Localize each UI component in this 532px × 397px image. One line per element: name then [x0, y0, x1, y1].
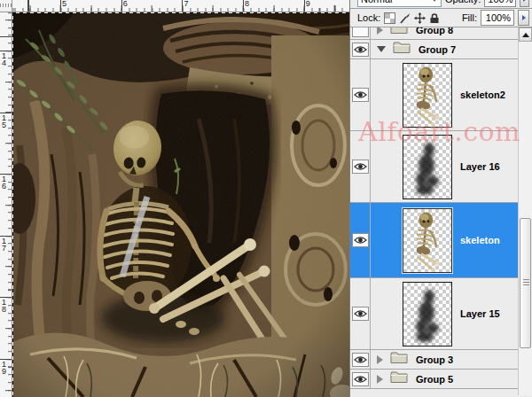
visibility-toggle[interactable]: [352, 233, 369, 247]
eye-icon: [354, 309, 367, 318]
group-row-group-7[interactable]: Group 7: [350, 40, 518, 59]
canvas-image[interactable]: [12, 12, 349, 397]
ruler-h-label-5: 5: [60, 0, 66, 8]
ruler-h-label-8: 8: [243, 0, 249, 8]
layer-label: skeleton2: [460, 90, 505, 100]
layers-list: Group 8 Group 7: [350, 27, 518, 389]
visibility-column: [350, 203, 371, 277]
document-area: 56789 141516171819: [0, 0, 349, 397]
expand-triangle-icon[interactable]: [377, 375, 383, 384]
eye-icon: [354, 236, 367, 245]
folder-icon: [390, 371, 408, 387]
eye-icon: [354, 45, 367, 54]
layer-row-skeleton[interactable]: skeleton: [350, 203, 518, 278]
group-row-body[interactable]: Group 3: [371, 350, 518, 369]
skeleton-thumbnail-art: [403, 209, 451, 272]
ruler-v-label-16: 16: [2, 174, 9, 190]
opacity-spinner-button[interactable]: [520, 0, 529, 7]
tree-skeleton-artwork: [12, 12, 349, 397]
layers-panel: Normal ▼ Opacity: 100% Lock:: [349, 0, 532, 397]
visibility-toggle[interactable]: [352, 372, 369, 386]
selection-marching-ants-left: [12, 12, 13, 397]
layer-row-layer-16[interactable]: Layer 16: [350, 131, 518, 203]
layer-label: skeleton: [460, 235, 500, 245]
ruler-h-label-9: 9: [304, 0, 310, 8]
lock-transparency-icon[interactable]: [384, 12, 395, 24]
visibility-column: [350, 40, 371, 58]
expand-triangle-icon[interactable]: [377, 27, 383, 35]
layers-scrollbar[interactable]: [518, 27, 532, 395]
eye-icon: [354, 162, 367, 171]
layer-thumbnail[interactable]: [403, 208, 452, 273]
ruler-origin-box: [0, 0, 12, 12]
opacity-input[interactable]: 100%: [484, 0, 516, 7]
shadow-thumbnail-art: [403, 136, 451, 198]
fill-spinner-button[interactable]: [518, 10, 529, 26]
opacity-label: Opacity:: [445, 0, 481, 4]
group-label: Group 5: [416, 374, 453, 385]
ruler-v-label-15: 15: [2, 113, 9, 128]
opacity-value: 100%: [488, 0, 512, 4]
folder-icon: [390, 352, 408, 368]
ruler-h-label-6: 6: [121, 0, 128, 8]
lock-move-icon[interactable]: [414, 12, 426, 24]
skeleton-thumbnail-art: [403, 64, 451, 127]
visibility-toggle[interactable]: [352, 353, 369, 367]
lock-label: Lock:: [357, 12, 380, 23]
spinner-arrow-icon: [522, 15, 526, 20]
group-row-body[interactable]: Group 5: [371, 370, 518, 388]
ruler-v-label-17: 17: [2, 236, 9, 252]
layer-label: Layer 16: [460, 161, 500, 172]
layer-row-body[interactable]: skeleton2: [371, 59, 518, 130]
spinner-arrow-icon: [523, 0, 527, 2]
expand-triangle-icon[interactable]: [377, 46, 386, 52]
fill-value: 100%: [486, 12, 511, 23]
fill-label: Fill:: [462, 12, 477, 23]
blend-mode-value: Normal: [361, 0, 392, 4]
fill-input[interactable]: 100%: [481, 10, 514, 26]
visibility-column: [350, 27, 371, 39]
visibility-column: [350, 59, 371, 130]
scroll-up-arrow-icon: [522, 33, 529, 37]
layer-thumbnail[interactable]: [403, 282, 452, 346]
group-label: Group 8: [416, 27, 453, 35]
visibility-column: [350, 370, 371, 388]
group-row-body[interactable]: Group 7: [371, 40, 518, 58]
scrollbar-thumb[interactable]: [520, 218, 531, 348]
expand-triangle-icon[interactable]: [377, 355, 383, 364]
layer-label: Layer 15: [460, 308, 500, 319]
layer-thumbnail[interactable]: [403, 135, 452, 199]
visibility-toggle[interactable]: [352, 307, 369, 321]
group-row-body[interactable]: Group 8: [371, 27, 518, 39]
folder-icon: [393, 42, 411, 58]
lock-all-padlock-icon[interactable]: [429, 12, 440, 24]
group-row-group-8[interactable]: Group 8: [350, 27, 518, 40]
layer-thumbnail[interactable]: [403, 63, 452, 128]
shadow-thumbnail-art: [403, 283, 451, 346]
blend-mode-dropdown[interactable]: Normal ▼: [357, 0, 442, 7]
ruler-h-label-7: 7: [182, 0, 188, 8]
selection-marching-ants-top: [12, 12, 349, 13]
lock-paint-brush-icon[interactable]: [399, 12, 411, 24]
layer-row-body[interactable]: Layer 16: [371, 131, 518, 202]
blend-mode-bar: Normal ▼ Opacity: 100%: [350, 0, 532, 9]
group-row-group-5[interactable]: Group 5: [350, 370, 518, 389]
visibility-toggle[interactable]: [352, 27, 369, 37]
scrollbar-grip-icon: [523, 279, 529, 285]
layer-row-body[interactable]: skeleton: [371, 203, 518, 277]
visibility-column: [350, 131, 371, 202]
chevron-down-icon: ▼: [431, 0, 438, 4]
visibility-column: [350, 278, 371, 349]
ruler-v-label-18: 18: [2, 297, 9, 313]
scrollbar-up-button[interactable]: [519, 27, 532, 42]
layer-row-layer-15[interactable]: Layer 15: [350, 278, 518, 350]
ruler-horizontal: 56789: [12, 0, 349, 12]
layer-row-skeleton2[interactable]: skeleton2: [350, 59, 518, 131]
lock-bar: Lock:: [350, 9, 532, 27]
visibility-toggle[interactable]: [352, 160, 369, 174]
visibility-toggle[interactable]: [352, 88, 369, 102]
layer-row-body[interactable]: Layer 15: [371, 278, 518, 349]
visibility-toggle[interactable]: [352, 43, 369, 57]
ruler-vertical: 141516171819: [0, 12, 12, 397]
group-row-group-3[interactable]: Group 3: [350, 350, 518, 370]
